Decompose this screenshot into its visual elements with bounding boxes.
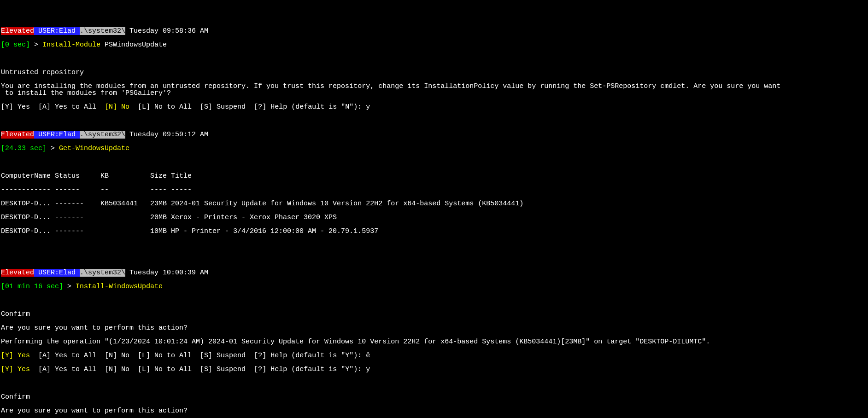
- prompt-arrow: >: [63, 283, 76, 290]
- untrusted-options: [Y] Yes [A] Yes to All [N] No [L] No to …: [1, 104, 867, 110]
- opt-suspend: [S] Suspend: [200, 366, 254, 373]
- duration: [01 min 16 sec]: [1, 283, 63, 290]
- path-badge: .\system32\: [80, 27, 125, 35]
- blank: [1, 117, 867, 124]
- path-badge: .\system32\: [80, 131, 125, 139]
- opt-no: [N] No: [105, 352, 138, 360]
- confirm-options-1b: [Y] Yes [A] Yes to All [N] No [L] No to …: [1, 366, 867, 373]
- command: Install-WindowsUpdate: [76, 283, 163, 290]
- prompt-arrow: >: [47, 145, 59, 152]
- opt-no-all: [L] No to All: [138, 352, 200, 360]
- opt-no: [N] No: [105, 103, 129, 111]
- blank: [1, 159, 867, 166]
- opt-no-all: [L] No to All: [138, 366, 200, 373]
- confirm-title: Confirm: [1, 394, 867, 401]
- prompt-time: Tuesday 09:59:12 AM: [125, 131, 208, 139]
- confirm-options-1a: [Y] Yes [A] Yes to All [N] No [L] No to …: [1, 352, 867, 359]
- confirm-question: Are you sure you want to perform this ac…: [1, 407, 867, 414]
- elevated-badge: Elevated: [1, 131, 34, 139]
- answer: y: [366, 103, 370, 111]
- user-badge: USER:Elad: [34, 27, 80, 35]
- confirm-operation: Performing the operation "(1/23/2024 10:…: [1, 338, 867, 345]
- duration: [0 sec]: [1, 41, 30, 49]
- confirm-title: Confirm: [1, 311, 867, 318]
- confirm-question: Are you sure you want to perform this ac…: [1, 325, 867, 331]
- prompt-arrow: >: [30, 41, 42, 49]
- prompt-time: Tuesday 09:58:36 AM: [125, 27, 208, 35]
- opt-no-all: [L] No to All: [129, 103, 200, 111]
- blank: [1, 380, 867, 387]
- opt-yes-all: [A] Yes to All: [38, 103, 105, 111]
- command-line-2: [24.33 sec] > Get-WindowsUpdate: [1, 145, 867, 152]
- answer: y: [366, 366, 370, 373]
- command: Install-Module: [42, 41, 100, 49]
- table-row: DESKTOP-D... ------- 10MB HP - Printer -…: [1, 228, 867, 235]
- table1-header: ComputerName Status KB Size Title: [1, 173, 867, 180]
- path-badge: .\system32\: [80, 269, 125, 277]
- opt-yes-all: [A] Yes to All: [30, 352, 105, 360]
- answer: ê: [366, 352, 370, 360]
- opt-suspend: [S] Suspend: [200, 103, 254, 111]
- user-badge: USER:Elad: [34, 269, 80, 277]
- table-row: DESKTOP-D... ------- KB5034441 23MB 2024…: [1, 200, 867, 207]
- opt-help: [?] Help (default is "N"):: [254, 103, 366, 111]
- untrusted-body: You are installing the modules from an u…: [1, 83, 867, 97]
- table-row: DESKTOP-D... ------- 20MB Xerox - Printe…: [1, 214, 867, 221]
- prompt-line-3: Elevated USER:Elad .\system32\ Tuesday 1…: [1, 269, 867, 276]
- duration: [24.33 sec]: [1, 145, 47, 152]
- command-args: PSWindowsUpdate: [100, 41, 167, 49]
- terminal[interactable]: Elevated USER:Elad .\system32\ Tuesday 0…: [0, 21, 868, 418]
- opt-help: [?] Help (default is "Y"):: [254, 352, 366, 360]
- command-line-1: [0 sec] > Install-Module PSWindowsUpdate: [1, 41, 867, 48]
- opt-help: [?] Help (default is "Y"):: [254, 366, 366, 373]
- table1-rule: ------------ ------ -- ---- -----: [1, 186, 867, 193]
- opt-yes: [Y] Yes: [1, 366, 30, 373]
- elevated-badge: Elevated: [1, 269, 34, 277]
- elevated-badge: Elevated: [1, 27, 34, 35]
- prompt-line-2: Elevated USER:Elad .\system32\ Tuesday 0…: [1, 131, 867, 138]
- opt-yes: [Y] Yes: [1, 352, 30, 360]
- blank: [1, 297, 867, 304]
- blank: [1, 242, 867, 249]
- opt-yes-all: [A] Yes to All: [30, 366, 105, 373]
- blank: [1, 55, 867, 62]
- user-badge: USER:Elad: [34, 131, 80, 139]
- opt-yes: [Y] Yes: [1, 103, 38, 111]
- opt-suspend: [S] Suspend: [200, 352, 254, 360]
- command: Get-WindowsUpdate: [59, 145, 129, 152]
- prompt-line-1: Elevated USER:Elad .\system32\ Tuesday 0…: [1, 28, 867, 35]
- command-line-3: [01 min 16 sec] > Install-WindowsUpdate: [1, 283, 867, 290]
- opt-no: [N] No: [105, 366, 138, 373]
- blank: [1, 255, 867, 262]
- untrusted-title: Untrusted repository: [1, 69, 867, 76]
- prompt-time: Tuesday 10:00:39 AM: [125, 269, 208, 277]
